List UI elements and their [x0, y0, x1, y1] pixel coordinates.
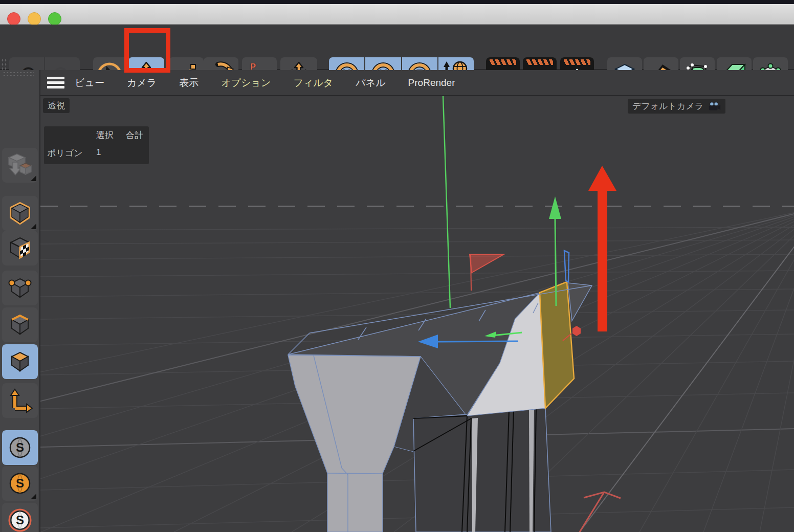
viewport-menu-icon[interactable] [47, 77, 64, 88]
viewport-canvas[interactable] [40, 96, 794, 532]
axis-mode-icon [7, 388, 33, 413]
model-mode-button[interactable] [2, 196, 38, 231]
model[interactable] [288, 282, 592, 532]
make-editable-button[interactable] [2, 148, 38, 183]
minimize-window-button[interactable] [28, 12, 41, 26]
selection-info-panel: 選択 合計 ポリゴン 1 [44, 126, 149, 164]
menu-filter[interactable]: フィルタ [293, 76, 333, 90]
app-window: ↶ ↷ [0, 0, 794, 532]
polygon-mode-button[interactable] [2, 344, 38, 379]
edge-mode-button[interactable] [2, 307, 38, 342]
edge-mode-icon [8, 313, 32, 337]
leg-ring-edge [327, 473, 383, 474]
y-axis-arrowhead[interactable] [549, 196, 561, 219]
normal-handle-dot[interactable] [572, 326, 581, 336]
camera-label: デフォルトカメラ [628, 99, 725, 114]
plane-handle-stem [471, 254, 471, 291]
annotation-highlight-box [124, 28, 170, 73]
3d-viewport[interactable]: 透視 選択 合計 ポリゴン 1 デフォルトカメラ [40, 96, 794, 532]
axis-mode-button[interactable] [2, 383, 38, 418]
point-mode-icon [8, 276, 32, 300]
quantize-button[interactable]: S [2, 466, 38, 501]
menu-camera[interactable]: カメラ [127, 76, 157, 90]
snap-icon: S [8, 435, 32, 460]
annotation-arrow [588, 166, 616, 331]
point-mode-button[interactable] [2, 271, 38, 305]
selection-header-total: 合計 [126, 129, 143, 141]
svg-text:S: S [16, 440, 24, 454]
texture-mode-button[interactable] [2, 231, 38, 265]
close-window-button[interactable] [7, 12, 20, 26]
desktop-edge [0, 0, 794, 4]
texture-mode-icon [8, 236, 32, 260]
svg-text:S: S [16, 513, 24, 527]
menu-options[interactable]: オプション [221, 76, 271, 90]
snap-enable-button[interactable]: S [2, 430, 38, 465]
y-axis-line[interactable] [443, 96, 450, 308]
camera-icon [708, 101, 721, 112]
polygon-mode-icon [8, 349, 32, 374]
plane-handle[interactable] [470, 254, 504, 273]
mode-sidebar: S S S [0, 70, 40, 532]
model-mode-icon [8, 201, 32, 226]
make-editable-icon [7, 152, 33, 179]
projection-label: 透視 [43, 98, 70, 113]
selected-polygon[interactable] [540, 282, 574, 408]
main-toolbar: ↶ ↷ [0, 25, 794, 70]
menu-prorender[interactable]: ProRender [408, 77, 455, 88]
sidebar-grip[interactable] [3, 71, 34, 76]
clapper-hatch [564, 59, 590, 65]
clapper-hatch [526, 59, 553, 65]
clapper-hatch [490, 59, 516, 65]
selection-row-label: ポリゴン [47, 147, 96, 159]
zoom-window-button[interactable] [48, 12, 61, 26]
quantize-icon: S [8, 471, 32, 496]
z-axis-line[interactable] [438, 341, 518, 342]
menu-panel[interactable]: パネル [356, 76, 385, 90]
menu-view[interactable]: ビュー [75, 76, 104, 90]
titlebar[interactable] [0, 4, 794, 25]
y-axis-handle-line[interactable] [555, 219, 556, 306]
workplane-snap-button[interactable]: S [2, 503, 38, 532]
menu-display[interactable]: 表示 [179, 76, 198, 90]
svg-text:S: S [16, 476, 24, 490]
selection-row-value: 1 [96, 147, 126, 159]
workplane-snap-icon: S [8, 508, 32, 532]
z-plane-handle[interactable] [564, 251, 569, 282]
viewport-menubar: ビュー カメラ 表示 オプション フィルタ パネル ProRender [40, 70, 794, 96]
selection-header-select: 選択 [96, 129, 126, 141]
